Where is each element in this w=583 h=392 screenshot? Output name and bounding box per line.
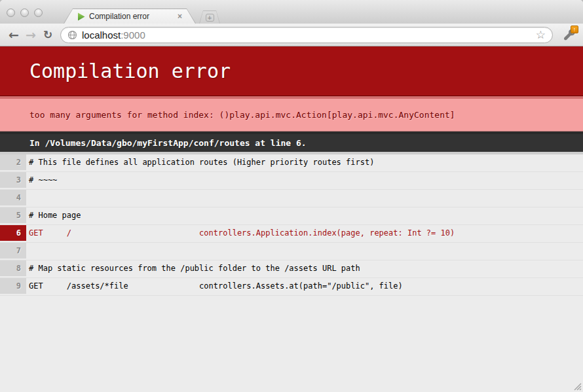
line-number: 3 — [0, 172, 26, 188]
page-content: Compilation error too many arguments for… — [0, 46, 583, 392]
browser-toolbar: ← → ↻ localhost:9000 ☆ ↑ — [0, 24, 583, 46]
bookmark-star-icon[interactable]: ☆ — [536, 29, 546, 41]
globe-icon — [67, 30, 77, 40]
line-code: # Home page — [26, 207, 81, 224]
back-button[interactable]: ← — [5, 26, 22, 43]
error-detail: too many arguments for method index: ()p… — [0, 96, 583, 132]
play-framework-favicon-icon — [77, 12, 85, 21]
tab-compilation-error[interactable]: Compilation error × — [64, 9, 196, 24]
url-text[interactable]: localhost:9000 — [82, 29, 536, 41]
resize-grip[interactable] — [572, 381, 582, 391]
line-code: GET /assets/*file controllers.Assets.at(… — [26, 278, 403, 295]
browser-window: Compilation error × + ← → ↻ localhost:90… — [0, 0, 583, 392]
source-line-row: 6 GET / controllers.Application.index(pa… — [0, 225, 583, 243]
line-code: # This file defines all application rout… — [26, 154, 374, 171]
error-location: In /Volumes/Data/gbo/myFirstApp/conf/rou… — [0, 132, 583, 152]
line-code — [26, 190, 29, 207]
plus-icon: + — [206, 14, 214, 22]
source-line-row: 4 — [0, 190, 583, 207]
url-host: localhost — [82, 29, 121, 41]
line-code: # ~~~~ — [26, 172, 57, 189]
line-number: 5 — [0, 207, 26, 223]
zoom-window-button[interactable] — [34, 9, 43, 17]
line-number: 8 — [0, 260, 26, 276]
line-number: 6 — [0, 225, 26, 241]
line-code — [26, 243, 29, 260]
window-controls — [7, 9, 43, 17]
page-title: Compilation error — [0, 46, 583, 96]
tab-title: Compilation error — [89, 12, 174, 21]
source-line-row: 2 # This file defines all application ro… — [0, 154, 583, 172]
line-number: 2 — [0, 154, 26, 170]
reload-button[interactable]: ↻ — [39, 26, 56, 43]
update-badge: ↑ — [571, 26, 578, 33]
line-number: 4 — [0, 190, 26, 205]
new-tab-button[interactable]: + — [199, 10, 220, 24]
source-line-row: 7 — [0, 243, 583, 260]
source-line-row: 5 # Home page — [0, 207, 583, 225]
line-code: # Map static resources from the /public … — [26, 260, 360, 277]
tab-close-icon[interactable]: × — [178, 12, 182, 20]
forward-button[interactable]: → — [22, 26, 39, 43]
source-listing: 2 # This file defines all application ro… — [0, 152, 583, 296]
line-code: GET / controllers.Application.index(page… — [26, 225, 455, 242]
line-number: 9 — [0, 278, 26, 294]
address-bar[interactable]: localhost:9000 ☆ — [60, 27, 553, 43]
source-line-row: 3 # ~~~~ — [0, 172, 583, 190]
source-line-row: 9 GET /assets/*file controllers.Assets.a… — [0, 278, 583, 296]
close-window-button[interactable] — [7, 9, 15, 17]
line-number: 7 — [0, 243, 26, 258]
minimize-window-button[interactable] — [20, 9, 29, 17]
url-port: :9000 — [121, 29, 145, 41]
tab-strip: Compilation error × + — [0, 0, 583, 24]
wrench-menu-button[interactable]: ↑ — [559, 26, 578, 43]
source-line-row: 8 # Map static resources from the /publi… — [0, 260, 583, 278]
